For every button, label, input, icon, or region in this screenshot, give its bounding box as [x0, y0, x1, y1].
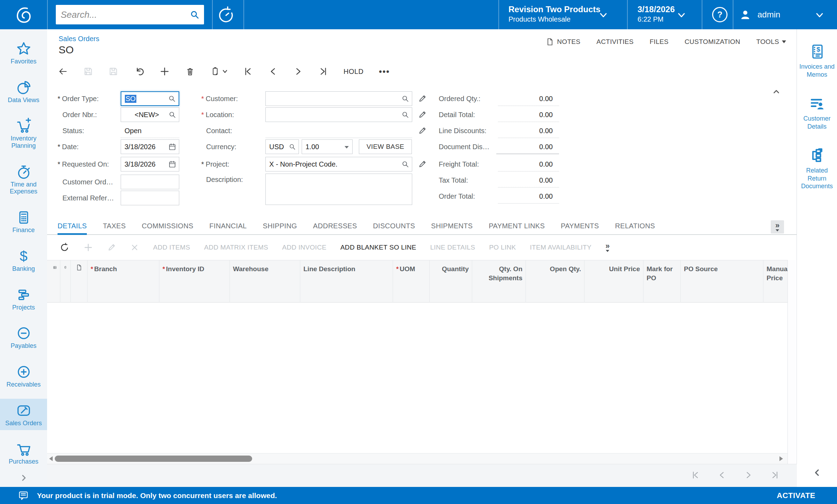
lookup-icon[interactable]: [401, 94, 409, 103]
pager-next-button[interactable]: [744, 471, 753, 480]
order-nbr-field[interactable]: <NEW>: [121, 107, 179, 122]
dropdown-chevron-icon[interactable]: [345, 146, 349, 148]
calendar-icon[interactable]: [168, 143, 176, 151]
tab-discounts[interactable]: DISCOUNTS: [373, 222, 415, 234]
tabs-overflow-button[interactable]: »: [771, 220, 784, 234]
user-chevron-down-icon[interactable]: [815, 13, 824, 18]
order-type-field[interactable]: SO: [121, 91, 179, 106]
column-header-quantity[interactable]: Quantity: [430, 260, 472, 303]
pager-previous-button[interactable]: [717, 471, 726, 480]
grid-add-row-button[interactable]: [83, 243, 93, 252]
tab-addresses[interactable]: ADDRESSES: [313, 222, 357, 234]
sidebar-item-receivables[interactable]: Receivables: [0, 360, 47, 392]
row-settings-column-header[interactable]: [50, 260, 60, 303]
save-close-button[interactable]: [83, 67, 93, 76]
sidebar-item-time-and-expenses[interactable]: Time and Expenses: [0, 160, 47, 199]
tab-financial[interactable]: FINANCIAL: [209, 222, 247, 234]
column-header-qty-on-shipments[interactable]: Qty. On Shipments: [472, 260, 526, 303]
horizontal-scrollbar-thumb[interactable]: [55, 456, 252, 462]
grid-refresh-button[interactable]: [60, 243, 69, 252]
sidebar-item-sales-orders[interactable]: Sales Orders: [0, 399, 47, 430]
undo-button[interactable]: [134, 66, 144, 77]
side-panel-invoices-and-memos[interactable]: $ Invoices and Memos: [797, 43, 837, 78]
save-button[interactable]: [108, 67, 118, 76]
column-header-mark-for-po[interactable]: Mark for PO: [643, 260, 681, 303]
hold-button[interactable]: HOLD: [344, 68, 364, 76]
acumatica-logo[interactable]: [0, 0, 47, 29]
customer-field[interactable]: [265, 91, 412, 106]
business-date-timer-icon[interactable]: [217, 6, 235, 24]
sidebar-item-banking[interactable]: $ Banking: [0, 244, 47, 276]
first-record-button[interactable]: [243, 67, 253, 76]
collapse-summary-chevron[interactable]: [772, 87, 781, 96]
sidebar-item-purchases[interactable]: Purchases: [0, 437, 47, 469]
user-menu[interactable]: admin: [739, 0, 780, 29]
edit-project-pencil-icon[interactable]: [418, 160, 427, 169]
lookup-icon[interactable]: [288, 143, 296, 151]
breadcrumb[interactable]: Sales Orders: [59, 35, 99, 43]
search-input[interactable]: [56, 9, 189, 20]
clipboard-menu-button[interactable]: [210, 67, 228, 76]
sidebar-expand-chevron[interactable]: [0, 474, 47, 482]
grid-body-empty[interactable]: [47, 303, 787, 453]
tab-shipments[interactable]: SHIPMENTS: [431, 222, 473, 234]
po-link-button[interactable]: PO LINK: [489, 244, 516, 251]
tab-relations[interactable]: RELATIONS: [615, 222, 655, 234]
description-field[interactable]: [265, 174, 412, 205]
calendar-icon[interactable]: [168, 160, 176, 168]
column-header-inventory-id[interactable]: *Inventory ID: [159, 260, 230, 303]
tab-payment-links[interactable]: PAYMENT LINKS: [489, 222, 545, 234]
tab-taxes[interactable]: TAXES: [103, 222, 126, 234]
customization-button[interactable]: CUSTOMIZATION: [685, 38, 740, 46]
sidebar-item-finance[interactable]: Finance: [0, 206, 47, 237]
document-discounts-value[interactable]: 0.00: [495, 139, 553, 154]
column-header-branch[interactable]: *Branch: [88, 260, 159, 303]
tab-payments[interactable]: PAYMENTS: [561, 222, 599, 234]
scroll-right-arrow-icon[interactable]: [779, 456, 783, 461]
tab-details[interactable]: DETAILS: [58, 222, 87, 235]
pager-first-button[interactable]: [691, 471, 700, 480]
help-icon[interactable]: ?: [712, 7, 727, 22]
external-reference-field[interactable]: [121, 191, 179, 205]
grid-toolbar-overflow-button[interactable]: »: [605, 243, 610, 252]
contact-underline[interactable]: [265, 138, 412, 138]
business-date-selector[interactable]: 3/18/2026 6:22 PM: [638, 5, 675, 24]
activate-button[interactable]: ACTIVATE: [777, 491, 815, 500]
edit-customer-pencil-icon[interactable]: [418, 94, 427, 103]
column-header-warehouse[interactable]: Warehouse: [230, 260, 300, 303]
grid-vertical-scrollbar-track[interactable]: [787, 260, 797, 487]
add-items-button[interactable]: ADD ITEMS: [153, 244, 190, 251]
line-details-button[interactable]: LINE DETAILS: [430, 244, 475, 251]
sidebar-item-inventory-planning[interactable]: Inventory Planning: [0, 114, 47, 153]
lookup-icon[interactable]: [168, 110, 176, 119]
date-field[interactable]: 3/18/2026: [121, 139, 179, 154]
side-panel-customer-details[interactable]: Customer Details: [797, 95, 837, 130]
sidebar-item-favorites[interactable]: Favorites: [0, 37, 47, 69]
lookup-icon[interactable]: [401, 160, 409, 168]
tab-shipping[interactable]: SHIPPING: [263, 222, 297, 234]
notes-button[interactable]: NOTES: [546, 38, 580, 46]
column-header-uom[interactable]: *UOM: [393, 260, 430, 303]
pager-last-button[interactable]: [770, 471, 779, 480]
column-header-open-qty[interactable]: Open Qty.: [526, 260, 585, 303]
project-field[interactable]: X - Non-Project Code.: [265, 157, 412, 171]
add-matrix-items-button[interactable]: ADD MATRIX ITEMS: [204, 244, 268, 251]
column-header-manual-price[interactable]: Manual Price: [763, 260, 787, 303]
lookup-icon[interactable]: [401, 110, 409, 119]
location-field[interactable]: [265, 107, 412, 122]
more-actions-button[interactable]: •••: [379, 67, 390, 76]
column-header-po-source[interactable]: PO Source: [681, 260, 763, 303]
lookup-icon[interactable]: [168, 94, 176, 103]
column-header-line-description[interactable]: Line Description: [300, 260, 393, 303]
company-chevron-down-icon[interactable]: [599, 13, 608, 18]
edit-location-pencil-icon[interactable]: [418, 110, 427, 119]
side-panel-collapse-chevron[interactable]: [797, 468, 837, 477]
sidebar-item-projects[interactable]: Projects: [0, 283, 47, 315]
scroll-left-arrow-icon[interactable]: [49, 456, 53, 461]
currency-code-field[interactable]: USD: [265, 139, 299, 154]
grid-edit-row-button[interactable]: [107, 243, 116, 252]
sidebar-item-data-views[interactable]: Data Views: [0, 76, 47, 107]
notes-column-header[interactable]: [71, 260, 88, 303]
requested-on-field[interactable]: 3/18/2026: [121, 157, 179, 171]
attachment-column-header[interactable]: [60, 260, 71, 303]
